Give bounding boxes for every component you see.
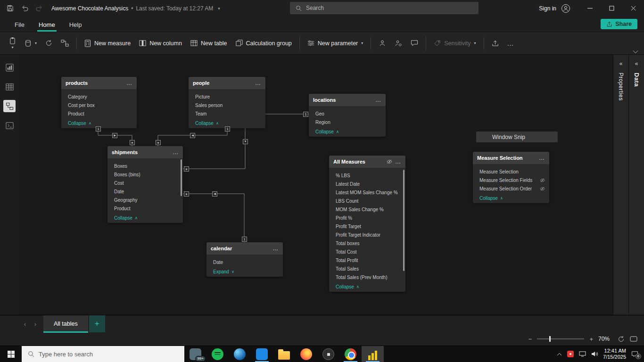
table-view-icon[interactable] (3, 81, 16, 93)
undo-icon[interactable] (21, 5, 28, 11)
share-button[interactable]: Share (601, 19, 637, 29)
zoom-slider[interactable] (537, 338, 584, 339)
publish-button[interactable] (487, 36, 503, 50)
field-row[interactable]: Boxes (107, 162, 183, 170)
account-avatar-icon[interactable] (561, 4, 570, 13)
new-column-button[interactable]: New column (135, 36, 186, 50)
more-options-icon[interactable]: … (173, 149, 179, 156)
field-row[interactable]: Profit Target (329, 222, 405, 230)
field-row[interactable]: LBS Count (329, 197, 405, 205)
table-card-products[interactable]: products…CategoryCost per boxProductColl… (61, 77, 137, 128)
next-page-icon[interactable]: › (30, 321, 41, 328)
table-header[interactable]: locations… (309, 94, 386, 106)
new-parameter-button[interactable]: New parameter ▾ (303, 36, 367, 50)
add-layout-button[interactable]: + (89, 315, 105, 333)
collapse-link[interactable]: Collapse∧ (473, 193, 549, 203)
taskbar-clock[interactable]: 12:41 AM 7/15/2025 (603, 348, 626, 360)
more-options-icon[interactable]: … (126, 80, 132, 86)
field-row[interactable]: Date (206, 258, 283, 266)
more-options-button[interactable]: … (503, 36, 519, 50)
field-row[interactable]: Total Cost (329, 247, 405, 256)
calculation-group-button[interactable]: Calculation group (231, 36, 296, 50)
relationship-one-marker[interactable]: 1 (303, 112, 308, 117)
field-row[interactable]: Picture (189, 92, 265, 101)
relationship-many-marker[interactable]: * (184, 191, 189, 197)
table-card-measure-selection[interactable]: Measure Selection…Measure SelectionMeasu… (473, 152, 549, 203)
report-view-icon[interactable] (3, 61, 16, 74)
hidden-field-eye-icon[interactable] (540, 186, 545, 191)
dax-query-view-icon[interactable] (3, 119, 16, 132)
field-row[interactable]: Category (61, 92, 137, 101)
data-panel-collapsed[interactable]: « Data (628, 55, 644, 315)
tray-display-icon[interactable] (579, 351, 586, 357)
relationship-arrow-down-marker[interactable]: ▼ (243, 139, 248, 144)
table-card-all-measures[interactable]: All Measures…% LBSLatest DateLatest MOM … (329, 156, 405, 292)
field-row[interactable]: Region (309, 118, 386, 126)
field-row[interactable]: Product (107, 204, 183, 213)
collapse-ribbon-icon[interactable] (633, 50, 638, 54)
field-row[interactable]: Geo (309, 109, 386, 118)
field-row[interactable]: Date (107, 187, 183, 196)
taskbar-search-input[interactable]: Type here to search (22, 346, 184, 362)
tray-red-app-icon[interactable] (567, 351, 574, 357)
global-search-input[interactable]: Search (290, 2, 479, 14)
refresh-button[interactable] (41, 36, 57, 50)
field-row[interactable]: Measure Selection Fields (473, 176, 549, 184)
more-options-icon[interactable]: … (395, 158, 401, 165)
table-card-calendar[interactable]: calendar…DateExpand∨ (206, 242, 283, 277)
sign-in-link[interactable]: Sign in (539, 5, 556, 12)
table-card-people[interactable]: people…PictureSales personTeamCollapse∧ (189, 77, 265, 128)
table-header[interactable]: Measure Selection… (473, 152, 549, 164)
field-row[interactable]: Total Profit (329, 256, 405, 264)
start-button[interactable] (0, 346, 22, 362)
expand-link[interactable]: Expand∨ (206, 267, 283, 277)
power-bi-icon[interactable] (362, 346, 384, 362)
table-header[interactable]: products… (61, 77, 137, 89)
view-as-roles-button[interactable] (390, 36, 406, 50)
chrome-icon[interactable] (339, 346, 362, 362)
relationship-one-marker[interactable]: 1 (242, 237, 247, 242)
fit-page-icon[interactable] (630, 336, 637, 342)
hidden-eye-icon[interactable] (387, 159, 392, 165)
expand-panel-icon[interactable]: « (619, 60, 623, 67)
relationship-arrow-left-marker[interactable]: ◀ (212, 191, 217, 197)
tab-help[interactable]: Help (62, 18, 89, 32)
card-scrollbar[interactable] (181, 159, 182, 196)
zoom-slider-handle[interactable] (549, 336, 551, 342)
field-row[interactable]: Product (61, 109, 137, 118)
field-row[interactable]: Cost (107, 179, 183, 187)
badged-app-icon[interactable]: 99+ (184, 346, 206, 362)
field-row[interactable]: Latest MOM Sales Change % (329, 188, 405, 197)
close-button[interactable] (622, 0, 644, 16)
zoom-out-button[interactable]: − (528, 336, 532, 343)
collapse-link[interactable]: Collapse∧ (107, 213, 183, 223)
field-row[interactable]: Geography (107, 196, 183, 204)
relationship-line[interactable] (183, 194, 244, 242)
edge-icon[interactable] (229, 346, 251, 362)
table-header[interactable]: people… (189, 77, 265, 89)
relationship-many-marker[interactable]: * (184, 166, 189, 172)
table-card-shipments[interactable]: shipments…BoxesBoxes (bins)CostDateGeogr… (107, 146, 183, 223)
new-measure-button[interactable]: New measure (80, 36, 135, 50)
maximize-button[interactable] (601, 0, 622, 16)
title-caret-icon[interactable]: ▾ (218, 6, 220, 11)
table-header[interactable]: calendar… (206, 242, 283, 255)
field-row[interactable]: Profit % (329, 214, 405, 222)
field-row[interactable]: Sales person (189, 101, 265, 109)
field-row[interactable]: Team (189, 109, 265, 118)
firefox-icon[interactable] (295, 346, 317, 362)
relationship-many-marker[interactable]: * (130, 140, 135, 145)
field-row[interactable]: % LBS (329, 171, 405, 180)
zoom-in-button[interactable]: + (589, 336, 593, 343)
fit-to-screen-icon[interactable] (618, 336, 625, 343)
tab-file[interactable]: File (8, 18, 32, 32)
table-header[interactable]: All Measures… (329, 156, 405, 168)
collapse-link[interactable]: Collapse∧ (309, 127, 386, 137)
relationship-one-marker[interactable]: 1 (225, 126, 230, 132)
collapse-link[interactable]: Collapse∧ (329, 282, 405, 292)
field-row[interactable]: MOM Sales Change % (329, 205, 405, 214)
table-card-locations[interactable]: locations…GeoRegionCollapse∧ (309, 94, 386, 137)
new-table-button[interactable]: New table (186, 36, 231, 50)
field-row[interactable]: Profit Target Indicator (329, 230, 405, 239)
relationship-arrow-right-marker[interactable]: ▶ (112, 133, 117, 138)
